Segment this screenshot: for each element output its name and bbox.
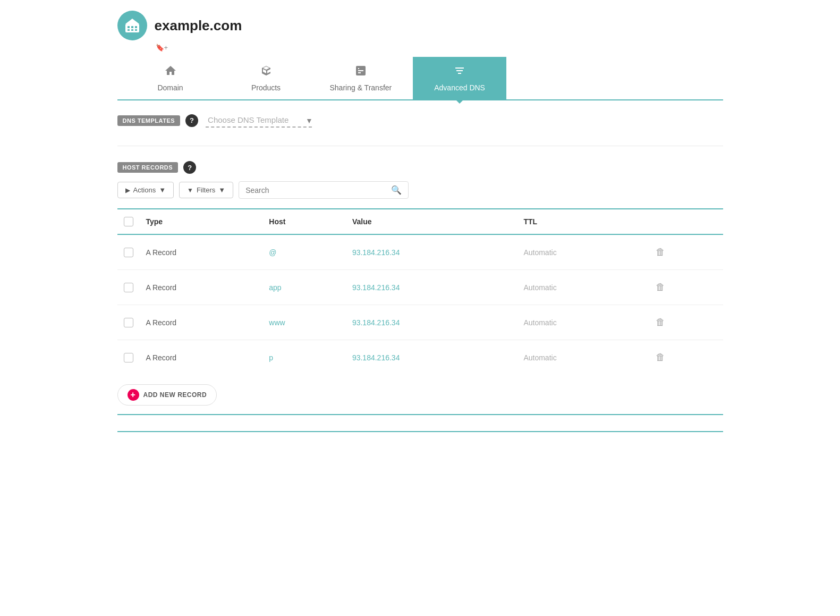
search-box[interactable]: 🔍 — [239, 181, 409, 199]
row-value: 93.184.216.34 — [346, 234, 517, 270]
host-records-section: HOST RECORDS ? ▶ Actions ▼ ▼ Filters ▼ — [117, 161, 723, 415]
add-new-record-button[interactable]: + ADD NEW RECORD — [117, 384, 217, 406]
tab-domain[interactable]: Domain — [117, 57, 224, 99]
filters-label: Filters — [197, 186, 215, 194]
table-row: A Record p 93.184.216.34 Automatic 🗑 — [117, 340, 723, 375]
col-checkbox — [117, 209, 140, 234]
add-circle-icon: + — [128, 389, 139, 401]
tab-products[interactable]: Products — [224, 57, 309, 99]
row-ttl: Automatic — [517, 340, 647, 375]
delete-button[interactable]: 🗑 — [654, 280, 667, 295]
host-records-header: HOST RECORDS ? — [117, 161, 723, 174]
row-checkbox[interactable] — [124, 283, 133, 292]
col-host: Host — [262, 209, 346, 234]
site-header: example.com — [117, 11, 723, 40]
products-icon — [260, 64, 273, 80]
table-row: A Record @ 93.184.216.34 Automatic 🗑 — [117, 234, 723, 270]
row-ttl: Automatic — [517, 270, 647, 305]
host-records-controls: ▶ Actions ▼ ▼ Filters ▼ 🔍 — [117, 181, 723, 199]
actions-label: Actions — [133, 186, 156, 194]
tab-advanced-dns[interactable]: Advanced DNS — [413, 57, 506, 99]
search-input[interactable] — [245, 186, 391, 195]
sharing-icon — [354, 64, 367, 80]
table-header: Type Host Value TTL — [117, 209, 723, 234]
dns-templates-section: DNS TEMPLATES ? Choose DNS Template ▼ — [117, 113, 723, 146]
row-checkbox-cell[interactable] — [117, 234, 140, 270]
play-icon: ▶ — [125, 187, 130, 194]
domain-icon — [164, 64, 177, 80]
row-host: p — [262, 340, 346, 375]
dns-template-dropdown[interactable]: Choose DNS Template ▼ — [206, 113, 313, 128]
actions-button[interactable]: ▶ Actions ▼ — [117, 182, 174, 198]
delete-button[interactable]: 🗑 — [654, 315, 667, 330]
filters-button[interactable]: ▼ Filters ▼ — [179, 182, 233, 198]
row-host: app — [262, 270, 346, 305]
add-record-row: + ADD NEW RECORD — [117, 375, 723, 415]
row-delete-cell[interactable]: 🗑 — [647, 234, 723, 270]
svg-rect-3 — [135, 26, 137, 28]
dns-templates-header: DNS TEMPLATES ? Choose DNS Template ▼ — [117, 113, 723, 128]
records-table: Type Host Value TTL A Record @ 93.184.21… — [117, 208, 723, 375]
svg-rect-2 — [131, 26, 133, 28]
dns-templates-badge: DNS TEMPLATES — [117, 115, 181, 126]
host-records-badge: HOST RECORDS — [117, 162, 179, 173]
row-delete-cell[interactable]: 🗑 — [647, 270, 723, 305]
table-row: A Record www 93.184.216.34 Automatic 🗑 — [117, 305, 723, 340]
add-record-label: ADD NEW RECORD — [143, 391, 207, 399]
tab-sharing-label: Sharing & Transfer — [330, 83, 392, 92]
row-type: A Record — [140, 340, 263, 375]
nav-tabs: Domain Products Sharing & Transfer — [117, 57, 723, 100]
row-checkbox-cell[interactable] — [117, 340, 140, 375]
bottom-divider — [117, 431, 723, 432]
search-icon: 🔍 — [391, 185, 402, 195]
col-actions — [647, 209, 723, 234]
row-host: @ — [262, 234, 346, 270]
host-records-help-icon[interactable]: ? — [183, 161, 196, 174]
site-logo — [117, 11, 147, 40]
row-delete-cell[interactable]: 🗑 — [647, 340, 723, 375]
advanced-dns-icon — [453, 64, 466, 80]
row-checkbox[interactable] — [124, 318, 133, 327]
svg-rect-1 — [128, 26, 130, 28]
table-row: A Record app 93.184.216.34 Automatic 🗑 — [117, 270, 723, 305]
row-checkbox[interactable] — [124, 248, 133, 257]
row-value: 93.184.216.34 — [346, 305, 517, 340]
svg-rect-5 — [131, 29, 133, 31]
row-host: www — [262, 305, 346, 340]
tab-products-label: Products — [251, 83, 281, 92]
filter-icon: ▼ — [187, 187, 193, 194]
actions-chevron-icon: ▼ — [159, 186, 166, 194]
tab-domain-label: Domain — [157, 83, 183, 92]
toolbar: ▶ Actions ▼ ▼ Filters ▼ 🔍 — [117, 181, 723, 199]
tab-sharing[interactable]: Sharing & Transfer — [309, 57, 413, 99]
col-value: Value — [346, 209, 517, 234]
row-delete-cell[interactable]: 🗑 — [647, 305, 723, 340]
row-ttl: Automatic — [517, 305, 647, 340]
row-value: 93.184.216.34 — [346, 270, 517, 305]
tab-advanced-dns-label: Advanced DNS — [434, 83, 485, 92]
row-checkbox-cell[interactable] — [117, 305, 140, 340]
row-type: A Record — [140, 234, 263, 270]
col-type: Type — [140, 209, 263, 234]
filters-chevron-icon: ▼ — [218, 186, 225, 194]
select-all-checkbox[interactable] — [124, 217, 133, 226]
delete-button[interactable]: 🗑 — [654, 350, 667, 365]
row-checkbox-cell[interactable] — [117, 270, 140, 305]
col-ttl: TTL — [517, 209, 647, 234]
delete-button[interactable]: 🗑 — [654, 244, 667, 260]
svg-marker-7 — [125, 19, 139, 24]
svg-rect-6 — [135, 29, 137, 31]
records-tbody: A Record @ 93.184.216.34 Automatic 🗑 A R… — [117, 234, 723, 375]
row-value: 93.184.216.34 — [346, 340, 517, 375]
dns-template-select[interactable]: Choose DNS Template — [206, 113, 312, 128]
row-type: A Record — [140, 270, 263, 305]
svg-rect-4 — [128, 29, 130, 31]
dns-templates-help-icon[interactable]: ? — [185, 114, 198, 127]
domain-name: example.com — [155, 18, 242, 34]
row-ttl: Automatic — [517, 234, 647, 270]
row-type: A Record — [140, 305, 263, 340]
row-checkbox[interactable] — [124, 353, 133, 362]
site-sub-label: 🔖+ — [156, 44, 723, 52]
